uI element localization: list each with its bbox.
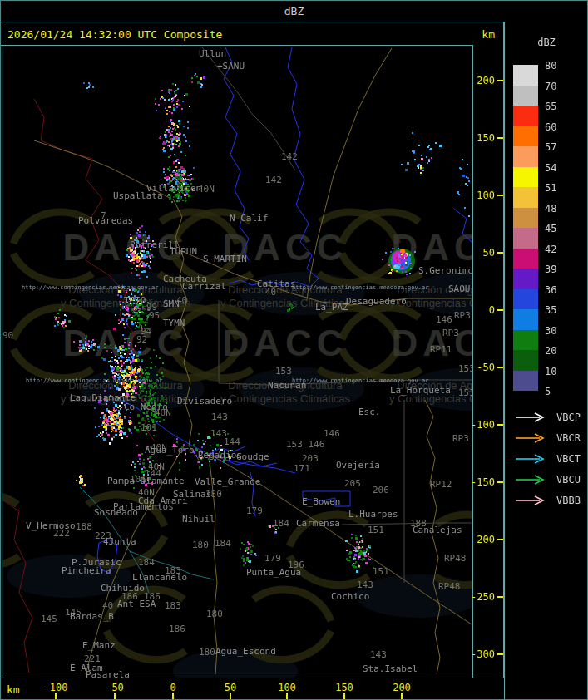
y-axis-unit-label: km (482, 28, 495, 41)
radar-echo-canvas (2, 46, 472, 678)
y-tick-label: -50 (477, 362, 495, 373)
map-label: Llancanelo (132, 573, 187, 582)
scale-title: dBZ (505, 37, 588, 48)
x-tick-mark (230, 693, 231, 699)
map-label: 180 (199, 648, 215, 657)
map-label: S_MARTIN (203, 254, 247, 264)
y-tick-label: -150 (471, 476, 495, 488)
map-label: 188 (76, 522, 92, 531)
map-label: Carmensa (296, 519, 340, 528)
map-label: 92 (136, 335, 147, 344)
map-label: Sosneado (94, 508, 138, 517)
map-label: S.Geronimo (418, 266, 472, 275)
scale-tick-label: 70 (545, 81, 556, 92)
map-label: Uspallata (113, 191, 163, 200)
map-label: RP12 (430, 480, 452, 489)
arrow-icon (515, 495, 548, 506)
map-label: Agua_Toro (145, 446, 195, 455)
map-label: SAOU (448, 284, 471, 293)
scale-tick-label: 30 (545, 325, 556, 337)
map-label: Pampa_Diamante (107, 476, 185, 486)
x-axis-unit-label: km (7, 683, 20, 696)
map-label: RP48 (444, 554, 467, 563)
map-label: La_Horqueta (390, 386, 451, 395)
map-label: Sta.Isabel (363, 664, 418, 673)
y-axis: 200150100500-50-100-150-200-250-300 (473, 45, 503, 678)
map-label: 183 (165, 601, 181, 610)
map-label: Agua_Escond (215, 647, 276, 656)
map-label: 184 (273, 519, 289, 528)
x-tick-label: 150 (335, 682, 353, 693)
watermark-url: http://www.contingencias.mendoza.gov.ar (26, 377, 162, 384)
map-label: Ant_ESA (117, 599, 156, 609)
scale-band (513, 126, 538, 147)
map-label: +SANU (217, 62, 245, 71)
radar-map[interactable]: DACCDirección de Agriculturay Contingenc… (2, 46, 472, 678)
y-tick-label: -300 (471, 648, 495, 660)
y-tick-label: 200 (477, 75, 495, 86)
map-label: 146 (436, 315, 452, 324)
scale-band (513, 208, 538, 229)
map-label: Carrizal (182, 282, 226, 291)
legend-panel: dBZ 807065605754514845423936353020105 VB… (505, 22, 588, 700)
x-tick-label: -50 (106, 682, 124, 693)
map-label: 4Junta (103, 537, 136, 546)
map-label: 179 (264, 554, 281, 563)
map-label: RP3 (442, 328, 459, 338)
legend-item-label: VBCU (556, 474, 581, 486)
scale-tick-label: 48 (545, 203, 556, 214)
map-label: 40N (198, 185, 215, 194)
map-label: Ullun (199, 49, 226, 58)
map-label: 95 (149, 311, 160, 320)
map-label: 151 (373, 567, 389, 576)
scale-tick-label: 51 (545, 182, 556, 194)
map-label: RP48 (438, 582, 461, 591)
scale-band (513, 167, 538, 188)
map-label: RP11 (430, 345, 452, 354)
map-label: TUPUN (170, 247, 197, 256)
scale-band (513, 106, 538, 126)
x-axis-bar: km -100-50050100150200 (0, 678, 504, 700)
map-label: Ovejeria (336, 461, 380, 470)
y-tick-label: 50 (483, 247, 495, 259)
y-tick-label: -200 (471, 534, 495, 545)
map-label: Nihuil (182, 515, 215, 524)
map-label: 184 (138, 558, 155, 567)
map-label: 145 (41, 614, 57, 624)
x-tick-label: 50 (225, 682, 236, 693)
map-label: 142 (265, 175, 282, 185)
map-label: L.Huarpes (348, 510, 398, 519)
scale-band (513, 65, 538, 86)
map-label: 184 (215, 539, 231, 548)
timestamp-label: 2026/01/24 14:32:00 UTC Composite (7, 28, 222, 41)
scale-band (513, 228, 538, 249)
map-label: Punta_Agua (246, 568, 301, 577)
x-tick-label: -100 (44, 682, 68, 693)
map-label: 151 (368, 525, 384, 535)
window-title: dBZ (1, 5, 587, 17)
y-tick-label: 0 (489, 304, 495, 316)
legend-item-label: VBBB (556, 495, 581, 506)
map-label: Canalejas (413, 525, 462, 535)
map-label: N-Calif (230, 214, 268, 223)
x-tick-mark (286, 693, 288, 699)
map-label: TYMN (163, 318, 185, 328)
map-label: SMN (163, 299, 180, 308)
scale-band (513, 309, 538, 330)
x-tick-mark (401, 693, 403, 699)
scale-tick-label: 35 (545, 304, 556, 316)
map-label: TPIO (124, 296, 146, 305)
scale-band (513, 371, 538, 392)
scale-tick-label: 20 (545, 345, 556, 357)
legend-item-label: VBCP (556, 412, 581, 423)
watermark-url: http://www.contingencias.mendoza.gov.ar (22, 284, 158, 291)
map-label: Bardas_B (70, 612, 114, 621)
watermark-url: http://www.contingencias.mendoza.gov.ar (292, 284, 428, 291)
scale-tick-label: 60 (545, 121, 556, 133)
scale-tick-label: 54 (545, 162, 556, 174)
scale-band (513, 249, 538, 269)
map-label: Divisadero (177, 397, 232, 406)
status-bar: 2026/01/24 14:32:00 UTC Composite km (0, 22, 504, 46)
y-tick-label: 150 (477, 132, 495, 144)
x-tick-label: 100 (278, 682, 296, 693)
